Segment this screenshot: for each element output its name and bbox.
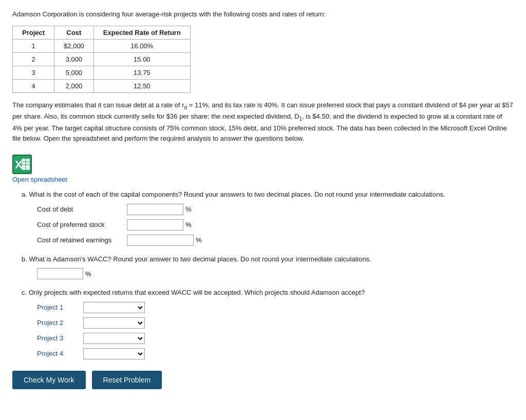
question-c-block: c. Only projects with expected returns t… (22, 288, 514, 359)
svg-text:X: X (15, 158, 23, 171)
col-header-cost: Cost (54, 26, 94, 39)
body-paragraph: The company estimates that it can issue … (12, 100, 514, 145)
button-row: Check My Work Reset Problem (12, 371, 514, 389)
question-b-block: b. What is Adamson's WACC? Round your an… (22, 254, 514, 280)
table-row: 23,00015.00 (13, 52, 191, 66)
intro-text: Adamson Corporation is considering four … (12, 9, 514, 20)
project4-select[interactable]: Accept Reject (83, 348, 145, 359)
question-c-label: c. Only projects with expected returns t… (22, 288, 514, 298)
cost-of-preferred-label: Cost of preferred stock (37, 221, 127, 228)
projects-table: Project Cost Expected Rate of Return 1$2… (12, 26, 191, 93)
project1-row: Project 1 Accept Reject (37, 302, 514, 313)
project1-select[interactable]: Accept Reject (83, 302, 145, 313)
wacc-row: % (37, 268, 514, 279)
question-a-label: a. What is the cost of each of the capit… (22, 189, 514, 200)
reset-problem-button[interactable]: Reset Problem (92, 371, 162, 389)
table-cell: 3 (13, 66, 54, 79)
table-row: 35,00013.75 (13, 66, 191, 79)
pct-sign-preferred: % (185, 221, 192, 228)
table-cell: 2,000 (54, 79, 94, 92)
open-spreadsheet-link[interactable]: Open spreadsheet (12, 176, 514, 183)
table-row: 42,00012.50 (13, 79, 191, 92)
table-cell: $2,000 (54, 39, 94, 52)
cost-of-debt-row: Cost of debt % (37, 204, 514, 215)
project3-row: Project 3 Accept Reject (37, 333, 514, 344)
table-cell: 13.75 (93, 66, 190, 79)
project1-label: Project 1 (37, 303, 83, 311)
cost-of-retained-label: Cost of retained earnings (37, 236, 127, 244)
table-cell: 12.50 (93, 79, 190, 92)
table-cell: 2 (13, 52, 54, 66)
table-cell: 1 (13, 39, 54, 52)
pct-sign-retained: % (196, 236, 202, 244)
pct-sign-debt: % (185, 205, 192, 213)
cost-of-preferred-row: Cost of preferred stock % (37, 219, 514, 231)
project3-label: Project 3 (37, 334, 83, 342)
project2-label: Project 2 (37, 319, 83, 327)
col-header-return: Expected Rate of Return (93, 26, 190, 39)
project4-row: Project 4 Accept Reject (37, 348, 514, 359)
pct-sign-wacc: % (85, 270, 91, 278)
project2-row: Project 2 Accept Reject (37, 317, 514, 329)
cost-of-debt-input[interactable] (127, 204, 183, 215)
question-a-block: a. What is the cost of each of the capit… (22, 189, 514, 246)
cost-of-debt-label: Cost of debt (37, 205, 127, 213)
wacc-input[interactable] (37, 268, 83, 279)
check-my-work-button[interactable]: Check My Work (12, 371, 86, 389)
cost-of-retained-input[interactable] (127, 235, 194, 246)
project2-select[interactable]: Accept Reject (83, 317, 145, 329)
table-cell: 3,000 (54, 52, 94, 66)
col-header-project: Project (13, 26, 54, 39)
table-cell: 15.00 (93, 52, 190, 66)
project4-label: Project 4 (37, 350, 83, 357)
table-cell: 5,000 (54, 66, 94, 79)
table-row: 1$2,00016.00% (13, 39, 191, 52)
table-cell: 4 (13, 79, 54, 92)
excel-icon-svg: X (12, 155, 32, 174)
cost-of-preferred-input[interactable] (127, 219, 183, 231)
excel-icon-block: X (12, 155, 32, 174)
cost-of-retained-row: Cost of retained earnings % (37, 235, 514, 246)
project3-select[interactable]: Accept Reject (83, 333, 145, 344)
question-b-label: b. What is Adamson's WACC? Round your an… (22, 254, 514, 264)
table-cell: 16.00% (93, 39, 190, 52)
